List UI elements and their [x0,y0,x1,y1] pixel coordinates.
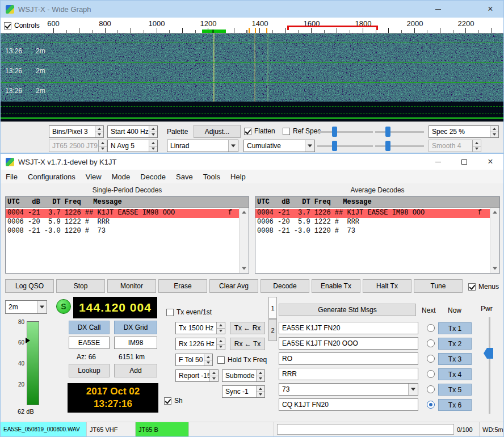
scroll-up-icon[interactable] [240,208,249,217]
tx1-button[interactable]: Tx 1 [438,322,472,334]
decode-row[interactable]: 0008 -21 -3.0 1220 # 73 [255,227,490,236]
tx-freq-spin[interactable]: Tx 1500 Hz [175,322,225,334]
close-button[interactable]: × [477,1,503,18]
lookup-button[interactable]: Lookup [69,364,110,377]
slider-handle[interactable] [385,127,390,137]
decode-row[interactable]: 0006 -20 5.9 1222 # RRR [255,218,490,227]
menu-save[interactable]: Save [171,170,198,183]
dx-call-button[interactable]: DX Call [69,321,110,334]
report-spin[interactable]: Report -15 [175,369,219,382]
tx3-radio[interactable] [427,355,435,363]
generate-std-msgs-button[interactable]: Generate Std Msgs [279,304,416,316]
decode-row[interactable]: 0004 -21 3.7 1226 ## K1JT EA5SE IM98 OOO… [6,209,239,218]
scrollbar[interactable] [490,208,499,273]
menu-file[interactable]: File [1,170,23,183]
scroll-up-icon[interactable] [490,208,499,217]
stop-button[interactable]: Stop [56,279,105,293]
spectrum-gain-slider[interactable] [317,140,373,152]
decode-row[interactable]: 0008 -21 -3.0 1220 # 73 [6,227,239,236]
decode-row[interactable]: 0006 -20 5.9 1222 # RRR [6,218,239,227]
start-freq-spin[interactable]: Start 400 Hz [107,125,158,138]
waterfall-gain-slider[interactable] [317,125,373,138]
spinner-arrows-icon[interactable] [256,370,264,381]
spinner-arrows-icon[interactable] [490,126,498,137]
slider-handle[interactable] [385,141,390,151]
maximize-button[interactable] [451,154,477,170]
menu-configurations[interactable]: Configurations [23,170,81,183]
tx6-button[interactable]: Tx 6 [438,399,472,411]
tx-from-rx-button[interactable]: Tx ← Rx [230,322,265,334]
slider-handle[interactable] [332,127,337,137]
spinner-arrows-icon[interactable] [209,370,218,381]
tx6-radio[interactable] [427,401,435,409]
spinner-arrows-icon[interactable] [95,126,103,137]
dx-grid-button[interactable]: DX Grid [114,321,157,334]
spec-percent-spin[interactable]: Spec 25 % [429,125,499,138]
pwr-slider-handle[interactable] [484,348,493,359]
spinner-arrows-icon[interactable] [216,322,225,334]
wide-graph-titlebar[interactable]: WSJT-X - Wide Graph × [1,1,503,18]
spinner-arrows-icon[interactable] [149,126,157,137]
n-avg-spin[interactable]: N Avg 5 [107,140,158,152]
menu-decode[interactable]: Decode [135,170,171,183]
monitor-button[interactable]: Monitor [107,279,156,293]
waterfall-zero-slider[interactable] [375,125,424,138]
halt-tx-button[interactable]: Halt Tx [363,279,411,293]
tx2-radio[interactable] [427,339,435,347]
spinner-arrows-icon[interactable] [216,338,225,350]
tab-2[interactable]: 2 [268,319,277,341]
slider-handle[interactable] [332,141,337,151]
tx5-button[interactable]: Tx 5 [438,384,472,396]
controls-checkbox[interactable]: Controls [4,22,40,30]
spinner-arrows-icon[interactable] [256,386,264,397]
tx3-button[interactable]: Tx 3 [438,353,472,365]
dx-grid-field[interactable]: IM98 [114,337,157,349]
tx4-button[interactable]: Tx 4 [438,368,472,380]
spinner-arrows-icon[interactable] [149,140,157,152]
tx-even-checkbox[interactable]: Tx even/1st [166,308,212,316]
menu-help[interactable]: Help [225,170,251,183]
spectrum-zero-slider[interactable] [375,140,424,152]
f-tol-spin[interactable]: F Tol 50 [175,354,213,366]
submode-spin[interactable]: Submode B [222,369,265,382]
menus-checkbox[interactable]: Menus [468,283,499,291]
close-button[interactable]: × [477,154,503,170]
scroll-down-icon[interactable] [240,264,249,273]
tx-message-2-field[interactable]: EA5SE K1JT FN20 OOO [279,337,418,350]
decode-row[interactable]: 0004 -21 3.7 1226 ## K1JT EA5SE IM98 OOO… [255,209,490,218]
tx4-radio[interactable] [427,370,435,378]
minimize-button[interactable] [425,1,451,18]
tune-button[interactable]: Tune [414,279,463,293]
tx-message-1-field[interactable]: EA5SE K1JT FN20 [279,322,418,334]
waterfall[interactable]: 13:26 2m 13:26 2m 13:26 2m [1,33,503,121]
decode-button[interactable]: Decode [261,279,309,293]
flatten-checkbox[interactable]: Flatten [244,127,275,135]
display-mode-select[interactable]: Cumulative [243,140,315,152]
log-qso-button[interactable]: Log QSO [5,279,54,293]
tx-message-3-field[interactable]: RO [279,352,418,365]
clear-avg-button[interactable]: Clear Avg [209,279,258,293]
tx2-button[interactable]: Tx 2 [438,338,472,350]
pwr-slider[interactable] [489,317,490,414]
menu-mode[interactable]: Mode [107,170,136,183]
adjust-button[interactable]: Adjust... [194,125,241,138]
tx-message-4-field[interactable]: RRR [279,368,418,380]
scroll-down-icon[interactable] [490,264,499,273]
hold-tx-freq-checkbox[interactable]: Hold Tx Freq [217,356,267,364]
tx-message-5-combo[interactable]: 73 [279,383,418,396]
rx-freq-spin[interactable]: Rx 1226 Hz [175,338,225,350]
band-select[interactable]: 2m [5,300,47,314]
menu-tools[interactable]: Tools [198,170,225,183]
add-button[interactable]: Add [114,364,157,377]
tx5-radio[interactable] [427,385,435,393]
bins-pixel-spin[interactable]: Bins/Pixel 3 [49,125,104,138]
enable-tx-button[interactable]: Enable Tx [312,279,360,293]
ref-spec-checkbox[interactable]: Ref Spec [283,127,321,135]
main-titlebar[interactable]: WSJT-X v1.7.1-devel by K1JT × [1,154,503,170]
tab-1[interactable]: 1 [268,297,277,319]
sync-spin[interactable]: Sync -1 [222,385,265,398]
menu-view[interactable]: View [81,170,107,183]
sh-checkbox[interactable]: Sh [164,397,183,405]
rx-from-tx-button[interactable]: Rx ← Tx [230,338,265,350]
spinner-arrows-icon[interactable] [204,354,212,365]
